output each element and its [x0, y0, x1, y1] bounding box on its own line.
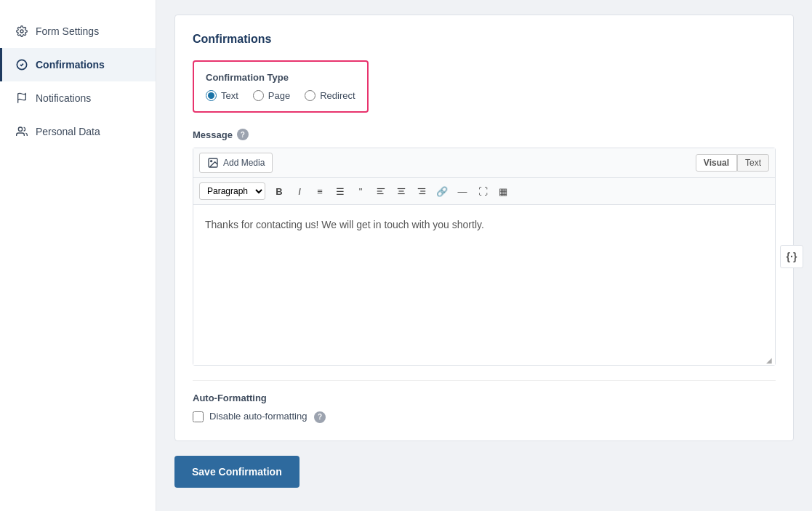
auto-formatting-checkbox-row: Disable auto-formatting ?	[193, 411, 776, 423]
sidebar-item-notifications[interactable]: Notifications	[0, 81, 156, 115]
editor-top-bar: Add Media Visual Text	[193, 148, 775, 178]
editor-wrapper: Add Media Visual Text Paragraph Heading …	[193, 148, 776, 366]
radio-page[interactable]	[253, 90, 264, 101]
sidebar: Form Settings Confirmations Notification…	[0, 0, 156, 511]
sidebar-item-label: Form Settings	[36, 25, 99, 37]
users-icon	[15, 125, 28, 138]
sidebar-item-form-settings[interactable]: Form Settings	[0, 15, 156, 48]
radio-option-page[interactable]: Page	[253, 90, 290, 101]
italic-button[interactable]: I	[290, 182, 309, 201]
disable-auto-formatting-checkbox[interactable]	[193, 411, 204, 422]
auto-formatting-help-icon[interactable]: ?	[314, 411, 326, 423]
radio-page-label: Page	[268, 90, 290, 101]
sidebar-item-label: Personal Data	[36, 126, 100, 137]
tab-text[interactable]: Text	[737, 154, 769, 172]
auto-formatting-section: Auto-Formatting Disable auto-formatting …	[193, 380, 776, 423]
resize-handle[interactable]: ◢	[766, 356, 773, 363]
editor-container: Add Media Visual Text Paragraph Heading …	[193, 148, 776, 366]
align-center-button[interactable]	[392, 182, 411, 201]
ordered-list-button[interactable]: ☰	[331, 182, 350, 201]
fullscreen-button[interactable]: ⛶	[473, 182, 492, 201]
bold-button[interactable]: B	[270, 182, 289, 201]
view-tabs: Visual Text	[696, 154, 769, 172]
add-media-label: Add Media	[223, 158, 265, 168]
merge-tags-button[interactable]: {·}	[780, 245, 803, 268]
link-button[interactable]: 🔗	[433, 182, 451, 201]
confirmation-type-radio-group: Text Page Redirect	[206, 90, 355, 101]
format-toolbar: Paragraph Heading 1 Heading 2 Heading 3 …	[193, 178, 775, 205]
editor-body: Thanks for contacting us! We will get in…	[193, 205, 775, 365]
message-help-icon[interactable]: ?	[237, 129, 249, 140]
check-circle-icon	[15, 58, 28, 71]
svg-point-5	[211, 161, 212, 162]
confirmation-type-box: Confirmation Type Text Page Redirect	[193, 60, 369, 113]
confirmations-card: Confirmations Confirmation Type Text Pag…	[174, 15, 794, 441]
sidebar-item-label: Notifications	[36, 92, 91, 104]
radio-option-text[interactable]: Text	[206, 90, 238, 101]
confirmation-type-label: Confirmation Type	[206, 72, 355, 83]
paragraph-select[interactable]: Paragraph Heading 1 Heading 2 Heading 3 …	[199, 182, 265, 200]
unordered-list-button[interactable]: ≡	[310, 182, 329, 201]
auto-formatting-label: Auto-Formatting	[193, 393, 776, 403]
main-content: Confirmations Confirmation Type Text Pag…	[156, 0, 812, 511]
sidebar-item-confirmations[interactable]: Confirmations	[0, 48, 156, 81]
table-button[interactable]: ▦	[494, 182, 512, 201]
radio-option-redirect[interactable]: Redirect	[305, 90, 355, 101]
add-media-button[interactable]: Add Media	[199, 153, 273, 173]
horizontal-rule-button[interactable]: —	[453, 182, 472, 201]
blockquote-button[interactable]: "	[351, 182, 370, 201]
editor-textarea[interactable]: Thanks for contacting us! We will get in…	[193, 205, 775, 365]
flag-icon	[15, 92, 28, 105]
radio-redirect-label: Redirect	[320, 90, 355, 101]
align-right-button[interactable]	[412, 182, 431, 201]
gear-icon	[15, 25, 28, 38]
svg-point-3	[18, 127, 22, 131]
align-left-button[interactable]	[371, 182, 390, 201]
sidebar-item-personal-data[interactable]: Personal Data	[0, 115, 156, 148]
radio-text[interactable]	[206, 90, 217, 101]
message-section-label: Message ?	[193, 129, 776, 140]
tab-visual[interactable]: Visual	[696, 154, 737, 172]
disable-auto-formatting-label: Disable auto-formatting ?	[209, 411, 326, 423]
card-title: Confirmations	[193, 33, 776, 46]
message-label: Message	[193, 129, 233, 140]
save-confirmation-button[interactable]: Save Confirmation	[174, 456, 300, 488]
sidebar-item-label: Confirmations	[36, 59, 105, 71]
svg-point-0	[20, 30, 23, 33]
radio-redirect[interactable]	[305, 90, 315, 101]
radio-text-label: Text	[221, 90, 238, 101]
